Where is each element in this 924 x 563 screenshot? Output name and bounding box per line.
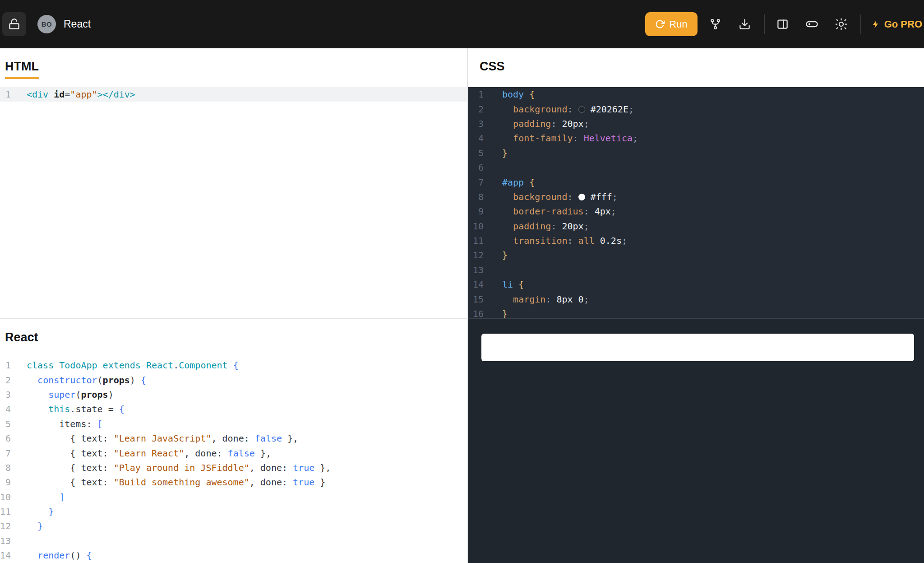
code-line[interactable]: 1<div id="app"></div> [0, 87, 467, 102]
line-number: 7 [468, 177, 484, 188]
topbar: BO React Run [0, 0, 924, 48]
layout-button[interactable] [772, 12, 794, 36]
code-line[interactable]: 14 render() { [0, 548, 467, 563]
topbar-actions: Run [645, 0, 924, 48]
run-label: Run [669, 19, 687, 30]
line-number: 5 [468, 148, 484, 158]
fork-button[interactable] [704, 12, 727, 36]
code-line[interactable]: 5} [468, 146, 924, 160]
line-number: 7 [0, 448, 11, 459]
code-text: { text: "Learn JavaScript", done: false … [27, 433, 298, 444]
line-number: 9 [468, 206, 484, 217]
code-line[interactable]: 11 } [0, 504, 467, 519]
privacy-lock-button[interactable] [2, 12, 26, 36]
code-line[interactable]: 1body { [468, 87, 924, 102]
line-number: 1 [0, 360, 11, 371]
code-text: <div id="app"></div> [27, 89, 135, 100]
toggle-button[interactable] [801, 12, 823, 36]
code-text: font-family: Helvetica; [502, 133, 638, 144]
react-editor[interactable]: 1class TodoApp extends React.Component {… [0, 358, 467, 563]
code-line[interactable]: 1class TodoApp extends React.Component { [0, 358, 467, 372]
code-text: class TodoApp extends React.Component { [27, 360, 239, 371]
right-column: CSS 1body {2 background: #20262E;3 paddi… [468, 48, 924, 563]
code-line[interactable]: 4 font-family: Helvetica; [468, 131, 924, 145]
code-text: transition: all 0.2s; [502, 235, 627, 246]
code-text: ] [27, 492, 65, 503]
code-text: padding: 20px; [502, 118, 589, 129]
code-text: render() { [27, 550, 92, 561]
code-line[interactable]: 14li { [468, 277, 924, 292]
code-line[interactable]: 9 { text: "Build something awesome", don… [0, 475, 467, 489]
code-line[interactable]: 5 items: [ [0, 417, 467, 431]
code-line[interactable]: 2 constructor(props) { [0, 372, 467, 387]
download-icon [739, 18, 751, 30]
code-line[interactable]: 8 { text: "Play around in JSFiddle", don… [0, 461, 467, 475]
code-text: } [27, 506, 54, 517]
code-text: { text: "Play around in JSFiddle", done:… [27, 462, 331, 473]
code-line[interactable]: 12 } [0, 519, 467, 533]
code-text: margin: 8px 0; [502, 294, 589, 305]
code-line[interactable]: 9 border-radius: 4px; [468, 204, 924, 219]
code-line[interactable]: 12} [468, 248, 924, 262]
topbar-divider [860, 14, 861, 34]
code-line[interactable]: 8 background: #fff; [468, 190, 924, 204]
line-number: 13 [0, 535, 11, 546]
code-text: padding: 20px; [502, 221, 589, 232]
line-number: 4 [0, 404, 11, 414]
code-text: border-radius: 4px; [502, 206, 616, 217]
code-text: body { [502, 89, 535, 100]
code-text: items: [ [27, 419, 103, 429]
color-swatch[interactable] [578, 106, 585, 113]
code-text: } [502, 250, 508, 261]
react-panel-header: React [0, 319, 467, 358]
code-text: background: #fff; [502, 191, 618, 202]
code-line[interactable]: 16} [468, 307, 924, 318]
line-number: 8 [468, 191, 484, 202]
line-number: 9 [0, 477, 11, 488]
line-number: 4 [468, 133, 484, 144]
code-line[interactable]: 13 [468, 263, 924, 277]
avatar[interactable]: BO [37, 15, 56, 33]
line-number: 5 [0, 419, 11, 429]
code-line[interactable]: 2 background: #20262E; [468, 102, 924, 116]
react-panel: React 1class TodoApp extends React.Compo… [0, 318, 467, 563]
line-number: 13 [468, 265, 484, 275]
line-number: 8 [0, 462, 11, 473]
code-line[interactable]: 13 [0, 534, 467, 548]
code-line[interactable]: 10 ] [0, 490, 467, 504]
topbar-divider [764, 14, 765, 34]
code-line[interactable]: 6 { text: "Learn JavaScript", done: fals… [0, 431, 467, 446]
left-column: HTML 1<div id="app"></div> React 1class … [0, 48, 468, 563]
code-line[interactable]: 7 { text: "Learn React", done: false }, [0, 446, 467, 460]
code-line[interactable]: 10 padding: 20px; [468, 219, 924, 233]
line-number: 16 [468, 308, 484, 318]
code-line[interactable]: 15 margin: 8px 0; [468, 292, 924, 306]
download-button[interactable] [734, 12, 756, 36]
code-line[interactable]: 6 [468, 160, 924, 175]
code-text: } [502, 308, 508, 318]
line-number: 12 [468, 250, 484, 261]
run-button[interactable]: Run [645, 12, 697, 36]
fork-icon [709, 18, 721, 30]
toggle-icon [805, 18, 818, 31]
code-text: background: #20262E; [502, 104, 634, 115]
code-line[interactable]: 3 padding: 20px; [468, 116, 924, 131]
theme-button[interactable] [830, 12, 853, 36]
code-text: li { [502, 279, 524, 290]
sun-icon [835, 18, 847, 30]
color-swatch[interactable] [578, 194, 585, 200]
html-editor[interactable]: 1<div id="app"></div> [0, 87, 467, 318]
code-line[interactable]: 4 this.state = { [0, 402, 467, 416]
code-text: super(props) [27, 389, 114, 400]
css-editor[interactable]: 1body {2 background: #20262E;3 padding: … [468, 87, 924, 318]
fiddle-title: React [64, 18, 91, 30]
result-panel [468, 318, 924, 563]
line-number: 14 [468, 279, 484, 290]
code-line[interactable]: 3 super(props) [0, 387, 467, 402]
html-panel-title: HTML [5, 60, 39, 79]
code-line[interactable]: 7#app { [468, 175, 924, 189]
go-pro-button[interactable]: Go PRO [871, 19, 924, 30]
line-number: 12 [0, 521, 11, 531]
code-line[interactable]: 11 transition: all 0.2s; [468, 233, 924, 248]
line-number: 1 [0, 89, 11, 100]
